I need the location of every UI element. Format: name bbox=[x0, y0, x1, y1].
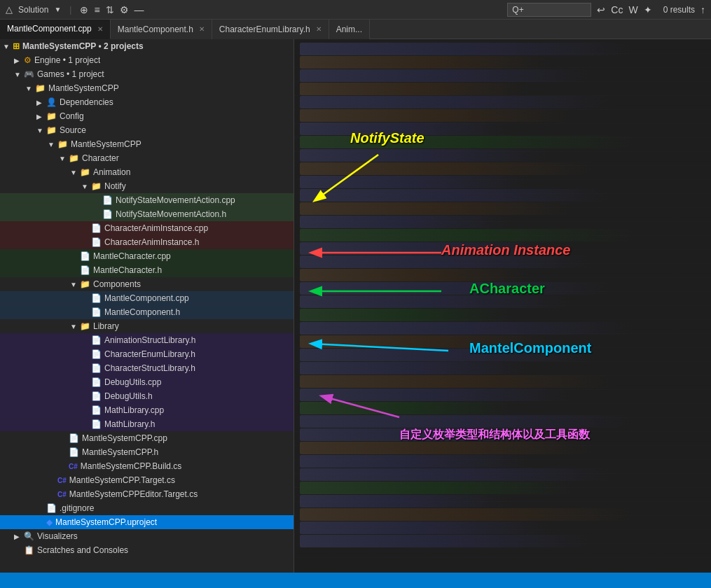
ml-cpp-label: MathLibrary.cpp bbox=[104, 405, 164, 415]
sidebar-item-scratches[interactable]: ▶ 📋 Scratches and Consoles bbox=[0, 543, 294, 557]
sidebar-item-mantlesys-cpp[interactable]: ▶ 📄 MantleSystemCPP.cpp bbox=[0, 431, 294, 445]
tab-bar: MantleComponent.cpp ✕ MantleComponent.h … bbox=[0, 20, 711, 39]
sidebar-item-mantlesystemcpp2[interactable]: ▼ 📁 MantleSystemCPP bbox=[0, 137, 294, 151]
char-arrow: ▼ bbox=[59, 155, 69, 162]
sidebar-item-mantlechar-cpp[interactable]: ▶ 📄 MantleCharacter.cpp bbox=[0, 249, 294, 263]
sidebar-item-charenulib[interactable]: ▶ 📄 CharacterEnumLibrary.h bbox=[0, 347, 294, 361]
edtarget-icon: C# bbox=[57, 491, 67, 498]
sidebar-item-notifystate-cpp[interactable]: ▶ 📄 NotifyStateMovementAction.cpp bbox=[0, 193, 294, 207]
mcomp-cpp-icon: 📄 bbox=[91, 293, 102, 303]
back-icon[interactable]: ↩ bbox=[597, 4, 605, 15]
up-icon: ◆ bbox=[46, 517, 53, 527]
cc-icon[interactable]: Cc bbox=[611, 4, 623, 15]
scratch-icon: 📋 bbox=[24, 545, 34, 555]
sidebar-item-mathlib-h[interactable]: ▶ 📄 MathLibrary.h bbox=[0, 417, 294, 431]
tab-anim[interactable]: Anim... bbox=[329, 20, 370, 39]
tab-mantlecomponent-h[interactable]: MantleComponent.h ✕ bbox=[111, 20, 212, 39]
sidebar-item-mantlesystemcpp[interactable]: ▼ 📁 MantleSystemCPP bbox=[0, 81, 294, 95]
games-label: Games • 1 project bbox=[37, 69, 104, 79]
sort-icon[interactable]: ⇅ bbox=[106, 4, 114, 15]
sidebar-item-debugutils-cpp[interactable]: ▶ 📄 DebugUtils.cpp bbox=[0, 375, 294, 389]
sidebar-item-animation[interactable]: ▼ 📁 Animation bbox=[0, 165, 294, 179]
w-icon[interactable]: W bbox=[628, 4, 637, 15]
sidebar-item-source[interactable]: ▼ 📁 Source bbox=[0, 123, 294, 137]
sidebar-item-editor-target-cs[interactable]: ▶ C# MantleSystemCPPEditor.Target.cs bbox=[0, 487, 294, 501]
mantle-icon: 📁 bbox=[35, 83, 46, 93]
results-info: 0 results bbox=[663, 5, 695, 15]
sidebar-item-mantlesys-h[interactable]: ▶ 📄 MantleSystemCPP.h bbox=[0, 445, 294, 459]
sidebar-item-character[interactable]: ▼ 📁 Character bbox=[0, 151, 294, 165]
sidebar-item-visualizers[interactable]: ▶ 🔍 Visualizers bbox=[0, 529, 294, 543]
sidebar-item-debugutils-h[interactable]: ▶ 📄 DebugUtils.h bbox=[0, 389, 294, 403]
sidebar-item-target-cs[interactable]: ▶ C# MantleSystemCPP.Target.cs bbox=[0, 473, 294, 487]
star-icon[interactable]: ✦ bbox=[644, 4, 652, 15]
close-icon[interactable]: ✕ bbox=[97, 25, 103, 33]
root-label: MantleSystemCPP • 2 projects bbox=[22, 41, 144, 51]
sidebar-item-config[interactable]: ▶ 📁 Config bbox=[0, 109, 294, 123]
main-layout: ▼ ⊞ MantleSystemCPP • 2 projects ▶ ⚙ Eng… bbox=[0, 39, 711, 573]
solution-dropdown[interactable]: ▼ bbox=[54, 6, 61, 13]
tab-characterenumlibrary-h[interactable]: CharacterEnumLibrary.h ✕ bbox=[212, 20, 329, 39]
search-input[interactable] bbox=[507, 3, 591, 17]
ml-h-icon: 📄 bbox=[91, 419, 102, 429]
solution-explorer[interactable]: ▼ ⊞ MantleSystemCPP • 2 projects ▶ ⚙ Eng… bbox=[0, 39, 294, 573]
mc-h-label: MantleCharacter.h bbox=[93, 265, 162, 275]
add-icon[interactable]: ⊕ bbox=[80, 4, 88, 15]
sidebar-item-dependencies[interactable]: ▶ 👤 Dependencies bbox=[0, 95, 294, 109]
tree-root[interactable]: ▼ ⊞ MantleSystemCPP • 2 projects bbox=[0, 39, 294, 53]
sidebar-item-build-cs[interactable]: ▶ C# MantleSystemCPP.Build.cs bbox=[0, 459, 294, 473]
mc-cpp-icon: 📄 bbox=[80, 251, 90, 261]
sidebar-item-components[interactable]: ▼ 📁 Components bbox=[0, 277, 294, 291]
sidebar-item-mantlecomp-cpp[interactable]: ▶ 📄 MantleComponent.cpp bbox=[0, 291, 294, 305]
tab-mantlecomponent-cpp[interactable]: MantleComponent.cpp ✕ bbox=[0, 20, 111, 39]
bottom-bar bbox=[0, 573, 711, 588]
code-editor[interactable]: NotifyState bbox=[294, 39, 711, 573]
solution-title: Solution bbox=[18, 5, 48, 15]
sidebar-item-animstructlib[interactable]: ▶ 📄 AnimationStructLibrary.h bbox=[0, 333, 294, 347]
close-icon[interactable]: ✕ bbox=[316, 25, 322, 33]
ns-cpp-label: NotifyStateMovementAction.cpp bbox=[116, 195, 235, 205]
sidebar-item-engine[interactable]: ▶ ⚙ Engine • 1 project bbox=[0, 53, 294, 67]
sidebar-item-charanim-h[interactable]: ▶ 📄 CharacterAnimInstance.h bbox=[0, 235, 294, 249]
char-label: Character bbox=[82, 153, 119, 163]
sidebar-item-mathlib-cpp[interactable]: ▶ 📄 MathLibrary.cpp bbox=[0, 403, 294, 417]
lib-label: Library bbox=[93, 321, 119, 331]
comp-label: Components bbox=[93, 279, 141, 289]
sidebar-item-mantlechar-h[interactable]: ▶ 📄 MantleCharacter.h bbox=[0, 263, 294, 277]
games-icon: 🎮 bbox=[24, 69, 34, 79]
tab-label: MantleComponent.cpp bbox=[7, 24, 92, 34]
comp-icon: 📁 bbox=[80, 279, 90, 289]
list-icon[interactable]: ≡ bbox=[94, 4, 99, 15]
vis-label: Visualizers bbox=[37, 531, 78, 541]
source-icon: 📁 bbox=[46, 125, 57, 135]
sidebar-item-mantlecomp-h[interactable]: ▶ 📄 MantleComponent.h bbox=[0, 305, 294, 319]
vis-icon: 🔍 bbox=[24, 531, 34, 541]
up-label: MantleSystemCPP.uproject bbox=[55, 517, 157, 527]
sidebar-item-uproject[interactable]: ▶ ◆ MantleSystemCPP.uproject bbox=[0, 515, 294, 529]
sidebar-item-charanim-cpp[interactable]: ▶ 📄 CharacterAnimInstance.cpp bbox=[0, 221, 294, 235]
nav-up-icon[interactable]: ↑ bbox=[700, 4, 705, 15]
settings-icon[interactable]: ⚙ bbox=[120, 4, 129, 15]
sidebar-item-library[interactable]: ▼ 📁 Library bbox=[0, 319, 294, 333]
sidebar-item-games[interactable]: ▼ 🎮 Games • 1 project bbox=[0, 67, 294, 81]
engine-label: Engine • 1 project bbox=[34, 55, 100, 65]
root-icon: ⊞ bbox=[13, 41, 20, 51]
asl-icon: 📄 bbox=[91, 335, 102, 345]
minus-icon[interactable]: — bbox=[134, 4, 144, 15]
sidebar-item-charstructlib[interactable]: ▶ 📄 CharacterStructLibrary.h bbox=[0, 361, 294, 375]
close-icon[interactable]: ✕ bbox=[199, 25, 205, 33]
sidebar-item-notify[interactable]: ▼ 📁 Notify bbox=[0, 179, 294, 193]
config-icon: 📁 bbox=[46, 111, 57, 121]
sidebar-item-gitignore[interactable]: ▶ 📄 .gitignore bbox=[0, 501, 294, 515]
du-cpp-label: DebugUtils.cpp bbox=[104, 377, 161, 387]
mantle2-label: MantleSystemCPP bbox=[71, 139, 141, 149]
source-label: Source bbox=[60, 125, 86, 135]
notify-icon: 📁 bbox=[91, 181, 102, 191]
vis-arrow: ▶ bbox=[14, 533, 24, 540]
mantle2-arrow: ▼ bbox=[48, 141, 57, 148]
mantle2-icon: 📁 bbox=[57, 139, 68, 149]
sidebar-item-notifystate-h[interactable]: ▶ 📄 NotifyStateMovementAction.h bbox=[0, 207, 294, 221]
config-label: Config bbox=[60, 111, 84, 121]
engine-icon: ⚙ bbox=[24, 55, 32, 65]
ns-h-icon: 📄 bbox=[102, 209, 113, 219]
